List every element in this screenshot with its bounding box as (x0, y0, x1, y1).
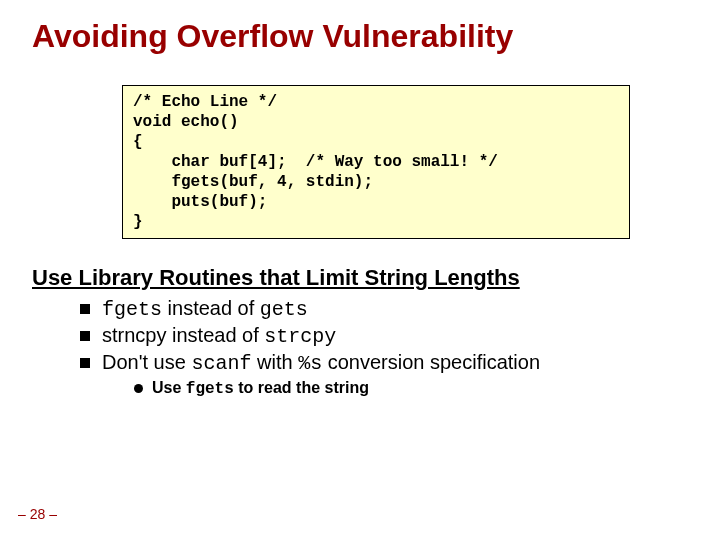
slide: Avoiding Overflow Vulnerability /* Echo … (0, 0, 720, 540)
code-line: void echo() (133, 113, 239, 131)
page-number: – 28 – (18, 506, 57, 522)
code-text: fgets (102, 298, 162, 321)
code-block: /* Echo Line */ void echo() { char buf[4… (122, 85, 630, 239)
list-item: fgets instead of gets (80, 297, 688, 321)
code-text: strcpy (264, 325, 336, 348)
code-line: fgets(buf, 4, stdin); (133, 173, 373, 191)
code-text: %s (298, 352, 322, 375)
code-line: puts(buf); (133, 193, 267, 211)
bullet-list: fgets instead of gets strncpy instead of… (80, 297, 688, 398)
code-text: scanf (191, 352, 251, 375)
code-line: { (133, 133, 143, 151)
text: to read the string (234, 379, 369, 396)
list-item: strncpy instead of strcpy (80, 324, 688, 348)
text: with (251, 351, 298, 373)
text: Use (152, 379, 186, 396)
code-text: fgets (186, 380, 234, 398)
sub-bullet-list: Use fgets to read the string (134, 379, 688, 398)
slide-title: Avoiding Overflow Vulnerability (32, 18, 688, 55)
text: instead of (162, 297, 260, 319)
code-line: char buf[4]; /* Way too small! */ (133, 153, 498, 171)
list-item: Use fgets to read the string (134, 379, 688, 398)
text: Don't use (102, 351, 191, 373)
code-line: /* Echo Line */ (133, 93, 277, 111)
code-line: } (133, 213, 143, 231)
code-text: gets (260, 298, 308, 321)
section-heading: Use Library Routines that Limit String L… (32, 265, 688, 291)
text: conversion specification (322, 351, 540, 373)
text: strncpy instead of (102, 324, 264, 346)
list-item: Don't use scanf with %s conversion speci… (80, 351, 688, 398)
